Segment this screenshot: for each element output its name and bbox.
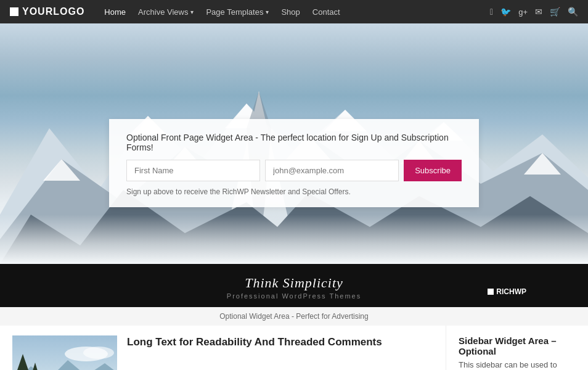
post-title: Long Text for Readability And Threaded C…: [127, 335, 433, 349]
twitter-icon[interactable]: 🐦: [500, 7, 511, 17]
chevron-down-icon: ▾: [190, 9, 194, 15]
richwp-square-icon: [488, 289, 494, 295]
first-name-input[interactable]: [126, 160, 260, 181]
thumbnail-image: [12, 335, 117, 370]
chevron-down-icon: ▾: [266, 9, 269, 15]
facebook-icon[interactable]: : [490, 7, 493, 17]
richwp-logo: RICHWP: [488, 287, 526, 296]
logo[interactable]: YOURLOGO: [10, 6, 84, 17]
nav-page-templates[interactable]: Page Templates ▾: [201, 0, 274, 23]
post-thumbnail: [12, 335, 117, 370]
content-area: Long Text for Readability And Threaded C…: [0, 326, 588, 370]
signup-subtext: Sign up above to receive the RichWP News…: [126, 187, 462, 196]
svg-rect-15: [0, 215, 588, 264]
ad-banner-caption: Optional Widget Area - Perfect for Adver…: [0, 307, 588, 326]
signup-form: Subscribe: [126, 160, 462, 181]
search-icon[interactable]: 🔍: [568, 7, 578, 17]
sidebar: Sidebar Widget Area – Optional This side…: [446, 326, 588, 370]
widget-title: Optional Front Page Widget Area - The pe…: [126, 133, 462, 152]
post-info: Long Text for Readability And Threaded C…: [127, 335, 433, 370]
navbar-right:  🐦 g+ ✉ 🛒 🔍: [490, 7, 578, 17]
email-icon[interactable]: ✉: [535, 7, 542, 17]
navbar: YOURLOGO Home Archive Views ▾ Page Templ…: [0, 0, 588, 23]
email-input[interactable]: [265, 160, 399, 181]
logo-square-icon: [10, 7, 18, 16]
hero-widget-box: Optional Front Page Widget Area - The pe…: [109, 119, 479, 207]
hero-section: Optional Front Page Widget Area - The pe…: [0, 23, 588, 264]
svg-point-18: [83, 347, 114, 359]
main-content: Long Text for Readability And Threaded C…: [0, 326, 446, 370]
sidebar-text: This sidebar can be used to display ads …: [459, 359, 576, 370]
nav-home[interactable]: Home: [99, 0, 131, 23]
nav-archive-views[interactable]: Archive Views ▾: [133, 0, 198, 23]
logo-text: YOURLOGO: [22, 6, 84, 17]
subscribe-button[interactable]: Subscribe: [404, 160, 462, 181]
ad-banner: Think Simplicity Professional WordPress …: [0, 264, 588, 307]
google-plus-icon[interactable]: g+: [518, 7, 528, 17]
cart-icon[interactable]: 🛒: [550, 7, 560, 17]
nav-contact[interactable]: Contact: [308, 0, 345, 23]
sidebar-title: Sidebar Widget Area – Optional: [459, 335, 576, 356]
nav-shop[interactable]: Shop: [276, 0, 304, 23]
navbar-left: YOURLOGO Home Archive Views ▾ Page Templ…: [10, 0, 345, 23]
nav-links: Home Archive Views ▾ Page Templates ▾ Sh…: [99, 0, 345, 23]
